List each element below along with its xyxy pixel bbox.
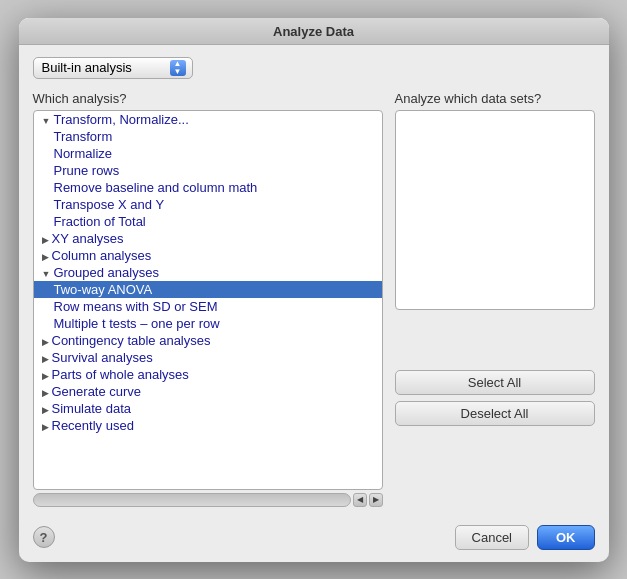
list-item-label: Parts of whole analyses — [52, 367, 189, 382]
list-item-contingency[interactable]: ▶Contingency table analyses — [34, 332, 382, 349]
list-item-survival[interactable]: ▶Survival analyses — [34, 349, 382, 366]
dataset-list — [395, 110, 595, 310]
help-button[interactable]: ? — [33, 526, 55, 548]
list-item-transform[interactable]: Transform — [34, 128, 382, 145]
list-item-parts-of-whole[interactable]: ▶Parts of whole analyses — [34, 366, 382, 383]
list-item-fraction[interactable]: Fraction of Total — [34, 213, 382, 230]
triangle-icon: ▶ — [42, 337, 49, 347]
list-item-transpose[interactable]: Transpose X and Y — [34, 196, 382, 213]
triangle-icon: ▶ — [42, 422, 49, 432]
dropdown-arrow: ▲ ▼ — [170, 60, 186, 76]
deselect-all-button[interactable]: Deselect All — [395, 401, 595, 426]
list-item-label: XY analyses — [52, 231, 124, 246]
scroll-right-btn[interactable]: ▶ — [369, 493, 383, 507]
list-item-row-means[interactable]: Row means with SD or SEM — [34, 298, 382, 315]
triangle-icon: ▶ — [42, 235, 49, 245]
list-item-label: Transpose X and Y — [54, 197, 165, 212]
analysis-list: ▼Transform, Normalize...TransformNormali… — [33, 110, 383, 490]
list-item-label: Two-way ANOVA — [54, 282, 153, 297]
triangle-icon: ▼ — [42, 116, 51, 126]
dropdown-label: Built-in analysis — [42, 60, 164, 75]
list-item-column-analyses[interactable]: ▶Column analyses — [34, 247, 382, 264]
list-item-label: Grouped analyses — [53, 265, 159, 280]
list-item-label: Column analyses — [52, 248, 152, 263]
dialog-title-bar: Analyze Data — [19, 18, 609, 45]
list-item-label: Row means with SD or SEM — [54, 299, 218, 314]
list-item-label: Survival analyses — [52, 350, 153, 365]
list-item-transform-header[interactable]: ▼Transform, Normalize... — [34, 111, 382, 128]
analysis-type-dropdown[interactable]: Built-in analysis ▲ ▼ — [33, 57, 193, 79]
select-all-button[interactable]: Select All — [395, 370, 595, 395]
triangle-icon: ▶ — [42, 405, 49, 415]
triangle-icon: ▼ — [42, 269, 51, 279]
triangle-icon: ▶ — [42, 388, 49, 398]
list-item-label: Transform — [54, 129, 113, 144]
list-item-prune-rows[interactable]: Prune rows — [34, 162, 382, 179]
list-item-generate-curve[interactable]: ▶Generate curve — [34, 383, 382, 400]
list-item-label: Generate curve — [52, 384, 142, 399]
horizontal-scrollbar[interactable] — [33, 493, 351, 507]
right-panel-label: Analyze which data sets? — [395, 91, 595, 106]
arrow-down-icon: ▼ — [174, 68, 182, 76]
list-item-label: Prune rows — [54, 163, 120, 178]
list-item-remove-baseline[interactable]: Remove baseline and column math — [34, 179, 382, 196]
list-item-normalize[interactable]: Normalize — [34, 145, 382, 162]
list-item-label: Normalize — [54, 146, 113, 161]
list-item-multiple-t[interactable]: Multiple t tests – one per row — [34, 315, 382, 332]
triangle-icon: ▶ — [42, 371, 49, 381]
list-item-label: Contingency table analyses — [52, 333, 211, 348]
list-item-xy-analyses[interactable]: ▶XY analyses — [34, 230, 382, 247]
left-panel-label: Which analysis? — [33, 91, 383, 106]
dialog-title: Analyze Data — [273, 24, 354, 39]
list-item-label: Remove baseline and column math — [54, 180, 258, 195]
list-item-label: Transform, Normalize... — [53, 112, 188, 127]
list-item-label: Recently used — [52, 418, 134, 433]
ok-button[interactable]: OK — [537, 525, 595, 550]
list-item-label: Multiple t tests – one per row — [54, 316, 220, 331]
cancel-button[interactable]: Cancel — [455, 525, 529, 550]
list-item-two-way-anova[interactable]: Two-way ANOVA — [34, 281, 382, 298]
triangle-icon: ▶ — [42, 252, 49, 262]
list-item-simulate[interactable]: ▶Simulate data — [34, 400, 382, 417]
list-item-label: Simulate data — [52, 401, 132, 416]
list-item-grouped-analyses[interactable]: ▼Grouped analyses — [34, 264, 382, 281]
analyze-data-dialog: Analyze Data Built-in analysis ▲ ▼ Which… — [19, 18, 609, 562]
scroll-left-btn[interactable]: ◀ — [353, 493, 367, 507]
triangle-icon: ▶ — [42, 354, 49, 364]
list-item-recently-used[interactable]: ▶Recently used — [34, 417, 382, 434]
list-item-label: Fraction of Total — [54, 214, 146, 229]
